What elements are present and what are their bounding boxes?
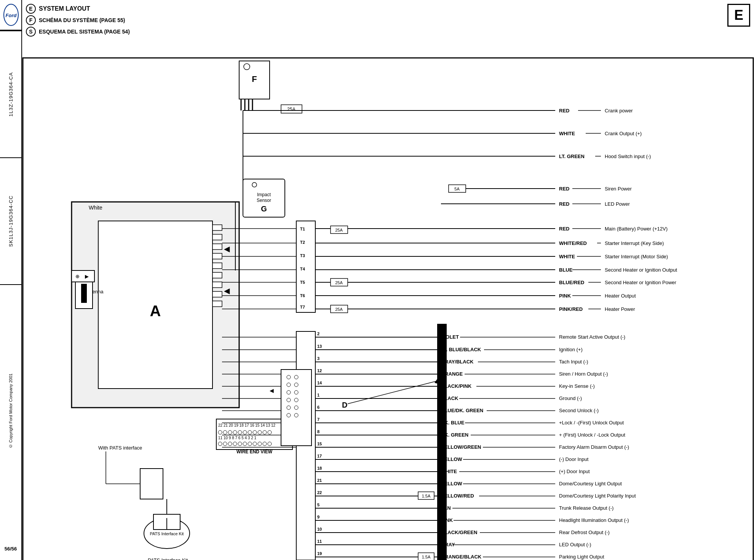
svg-rect-56 xyxy=(212,291,222,297)
header-line-2: F SCHÉMA DU SYSTÈME (PAGE 55) xyxy=(26,15,292,25)
svg-text:VIOLET: VIOLET xyxy=(441,334,459,340)
svg-text:Dome/Courtesy Light Output: Dome/Courtesy Light Output xyxy=(559,481,622,486)
svg-point-3 xyxy=(244,64,250,70)
schema-title: SCHÉMA DU SYSTÈME (PAGE 55) xyxy=(39,17,125,23)
svg-text:LT. BLUE/BLACK: LT. BLUE/BLACK xyxy=(441,347,481,352)
svg-text:RED: RED xyxy=(559,186,569,192)
svg-text:6: 6 xyxy=(317,405,319,410)
ford-logo: Ford xyxy=(0,0,22,30)
svg-text:Siren / Horn Output (-): Siren / Horn Output (-) xyxy=(559,371,608,377)
svg-text:GRAY/BLACK: GRAY/BLACK xyxy=(441,359,474,365)
svg-text:◀: ◀ xyxy=(224,245,230,253)
svg-text:1.5A: 1.5A xyxy=(422,555,431,559)
svg-text:25A: 25A xyxy=(335,228,343,232)
svg-text:Key-in Sense (-): Key-in Sense (-) xyxy=(559,383,595,389)
svg-text:RED: RED xyxy=(559,226,569,232)
svg-text:21: 21 xyxy=(317,478,322,483)
svg-text:White: White xyxy=(89,205,102,211)
svg-rect-52 xyxy=(212,253,222,259)
svg-text:PATS Interface Kit: PATS Interface Kit xyxy=(148,557,188,560)
svg-text:BLACK/GREEN: BLACK/GREEN xyxy=(441,530,477,535)
svg-text:D: D xyxy=(342,401,347,409)
svg-text:G: G xyxy=(261,205,267,213)
svg-text:LED Power: LED Power xyxy=(605,201,630,207)
svg-text:(-) Door Input: (-) Door Input xyxy=(559,456,589,462)
svg-text:5: 5 xyxy=(317,502,319,507)
svg-text:LT. GREEN: LT. GREEN xyxy=(559,154,585,159)
left-sidebar: Ford 1L3Z-19G364-CA SK1L3J-19G364-CC © C… xyxy=(0,0,22,560)
svg-text:10: 10 xyxy=(317,527,322,531)
svg-text:◀: ◀ xyxy=(224,286,230,295)
svg-text:8: 8 xyxy=(317,429,319,434)
wiring-diagram: F 25A RED Crank power WHITE Crank Output… xyxy=(22,38,754,560)
svg-text:Heater Power: Heater Power xyxy=(605,306,635,312)
svg-line-245 xyxy=(348,381,437,404)
esquema-title: ESQUEMA DEL SISTEMA (PAGE 54) xyxy=(39,29,130,35)
svg-text:GRAY: GRAY xyxy=(441,542,455,547)
svg-text:WHITE/RED: WHITE/RED xyxy=(559,240,587,246)
svg-text:DK. BLUE: DK. BLUE xyxy=(441,420,465,426)
svg-text:ORANGE/BLACK: ORANGE/BLACK xyxy=(441,554,482,560)
svg-text:22: 22 xyxy=(317,490,322,495)
svg-text:Headlight Illumination Output : Headlight Illumination Output (-) xyxy=(559,517,629,523)
svg-text:⊕: ⊕ xyxy=(75,274,80,279)
svg-text:5A: 5A xyxy=(454,187,460,191)
svg-text:F: F xyxy=(252,74,257,84)
svg-text:BLACK/PINK: BLACK/PINK xyxy=(441,383,472,389)
copyright-text: © Copyright Ford Motor Company 2001 xyxy=(0,284,21,537)
svg-text:T7: T7 xyxy=(300,305,305,309)
svg-text:Ford: Ford xyxy=(6,13,17,18)
svg-text:PINK/RED: PINK/RED xyxy=(559,306,583,312)
svg-text:13: 13 xyxy=(317,344,322,349)
svg-rect-55 xyxy=(212,282,222,288)
svg-text:YELLOW: YELLOW xyxy=(441,481,462,486)
header-line-1: E SYSTEM LAYOUT xyxy=(26,4,292,14)
svg-text:WHITE: WHITE xyxy=(441,469,457,474)
svg-text:Remote Start Active Output (-): Remote Start Active Output (-) xyxy=(559,334,625,340)
svg-text:25A: 25A xyxy=(335,307,343,312)
svg-text:Heater Output: Heater Output xyxy=(605,293,636,299)
svg-text:1.5A: 1.5A xyxy=(422,494,431,498)
svg-text:11: 11 xyxy=(317,539,322,544)
svg-text:Main (Battery) Power (+12V): Main (Battery) Power (+12V) xyxy=(605,226,668,232)
e-badge: E xyxy=(727,4,750,27)
svg-text:PINK: PINK xyxy=(441,517,453,523)
svg-rect-61 xyxy=(72,270,94,282)
svg-text:7: 7 xyxy=(317,417,319,422)
svg-text:WIRE END VIEW: WIRE END VIEW xyxy=(236,449,273,454)
svg-text:TAN: TAN xyxy=(441,505,451,511)
svg-text:+ (First) Unlock / -Lock Outpu: + (First) Unlock / -Lock Output xyxy=(559,432,625,438)
svg-text:▶: ▶ xyxy=(85,274,89,279)
svg-rect-256 xyxy=(140,469,163,499)
svg-text:DK. GREEN: DK. GREEN xyxy=(441,432,468,438)
svg-text:RED: RED xyxy=(559,201,569,207)
svg-text:12: 12 xyxy=(317,368,322,373)
svg-text:(+) Door Input: (+) Door Input xyxy=(559,469,590,474)
svg-rect-48 xyxy=(81,284,87,303)
svg-text:9: 9 xyxy=(317,515,319,519)
svg-text:Starter Interrupt (Key Side): Starter Interrupt (Key Side) xyxy=(605,240,664,246)
svg-text:T4: T4 xyxy=(300,267,305,271)
header-line-3: S ESQUEMA DEL SISTEMA (PAGE 54) xyxy=(26,27,292,37)
svg-text:Hood Switch input (-): Hood Switch input (-) xyxy=(605,154,651,159)
svg-rect-50 xyxy=(212,234,222,240)
svg-text:15: 15 xyxy=(317,442,322,446)
svg-text:17: 17 xyxy=(317,454,322,458)
svg-text:1: 1 xyxy=(317,393,319,397)
svg-text:Second Heater or Ignition Powe: Second Heater or Ignition Power xyxy=(605,280,677,285)
svg-text:YELLOW/RED: YELLOW/RED xyxy=(441,493,474,499)
svg-text:LED Output (-): LED Output (-) xyxy=(559,542,591,547)
svg-text:BLACK: BLACK xyxy=(441,395,458,401)
svg-text:Tach Input (-): Tach Input (-) xyxy=(559,359,588,365)
svg-text:Crank Output (+): Crank Output (+) xyxy=(605,131,642,136)
svg-text:19: 19 xyxy=(317,551,322,556)
svg-text:Trunk Release Output (-): Trunk Release Output (-) xyxy=(559,505,613,511)
svg-text:T6: T6 xyxy=(300,293,305,298)
svg-text:18: 18 xyxy=(317,466,322,470)
svg-text:25A: 25A xyxy=(287,107,295,112)
svg-text:◀: ◀ xyxy=(270,387,274,394)
svg-text:RED: RED xyxy=(559,108,569,114)
page-number: 56/56 xyxy=(0,537,21,560)
svg-text:Ignition (+): Ignition (+) xyxy=(559,347,583,352)
svg-point-29 xyxy=(252,182,257,187)
